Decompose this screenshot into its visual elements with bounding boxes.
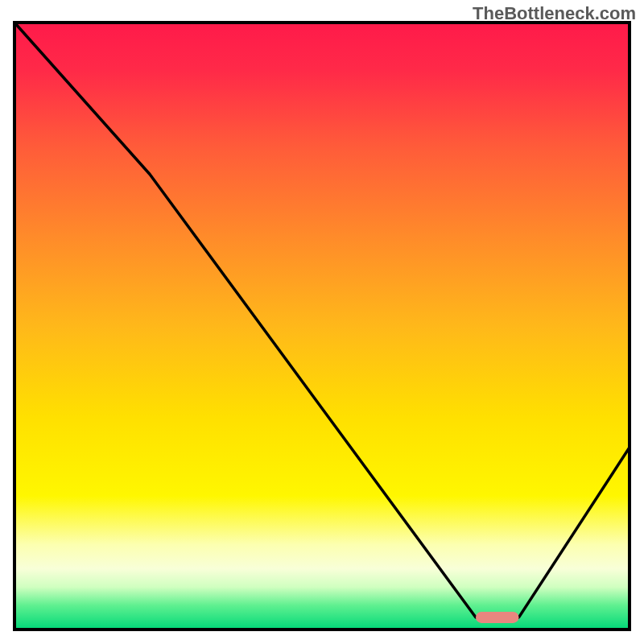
watermark-label: TheBottleneck.com	[473, 3, 636, 24]
chart-container: TheBottleneck.com	[0, 0, 644, 644]
bottleneck-chart	[0, 0, 644, 644]
optimal-range-marker	[476, 612, 518, 623]
gradient-background	[14, 23, 630, 630]
